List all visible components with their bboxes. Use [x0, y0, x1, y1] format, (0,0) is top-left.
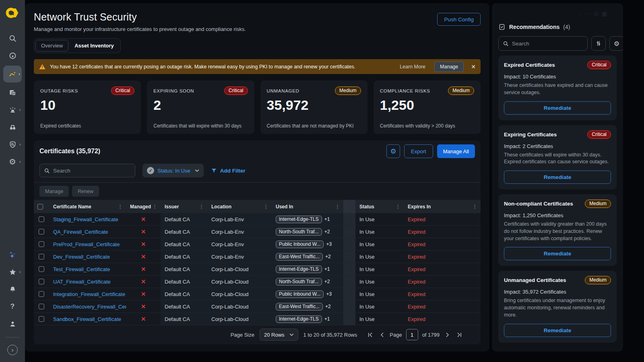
- managed-cell: ✕: [126, 313, 161, 325]
- recommendations-search[interactable]: [498, 36, 588, 51]
- remediate-button[interactable]: Remediate: [504, 101, 611, 115]
- certificate-link[interactable]: DisasterRecovery_Firewall_Certificate: [53, 304, 126, 310]
- table-row: Staging_Firewall_Certificate ✕ Default C…: [34, 213, 481, 226]
- expires-in-cell: Expired: [404, 213, 481, 225]
- column-menu-icon[interactable]: ⋮: [262, 204, 269, 210]
- sidebar-item-target[interactable]: [4, 48, 21, 63]
- clipboard-check-icon: [498, 23, 506, 31]
- sidebar-item-favorites[interactable]: ›: [4, 265, 21, 279]
- brand-logo-icon[interactable]: [5, 5, 20, 21]
- select-all-checkbox[interactable]: [37, 204, 43, 210]
- certificates-search[interactable]: [39, 164, 135, 177]
- sidebar-item-network-trust[interactable]: ›: [3, 66, 22, 82]
- certificate-link[interactable]: Integration_Firewall_Certificate: [53, 291, 125, 297]
- certificate-link[interactable]: Staging_Firewall_Certificate: [53, 216, 118, 222]
- column-menu-icon[interactable]: ⋮: [151, 204, 158, 210]
- next-page-button[interactable]: [443, 330, 452, 339]
- row-checkbox[interactable]: [39, 229, 44, 234]
- used-in-more-count[interactable]: +2: [324, 279, 330, 284]
- certificate-link[interactable]: Dev_Firewall_Certificate: [53, 254, 110, 260]
- stat-value: 35,972: [267, 97, 361, 113]
- column-menu-icon[interactable]: ⋮: [117, 204, 124, 210]
- user-icon: [8, 320, 17, 328]
- sidebar-item-help[interactable]: ?: [4, 299, 21, 314]
- used-in-more-count[interactable]: +1: [324, 266, 330, 272]
- close-icon[interactable]: ✕: [471, 64, 476, 70]
- row-checkbox[interactable]: [39, 241, 44, 247]
- sidebar-item-explore[interactable]: [4, 120, 21, 134]
- last-page-button[interactable]: [455, 330, 464, 339]
- remediate-button[interactable]: Remediate: [504, 171, 611, 184]
- used-in-chip[interactable]: North-South Traf...: [276, 278, 322, 286]
- bulk-renew-button[interactable]: Renew: [72, 186, 99, 197]
- page-number-input[interactable]: [406, 329, 418, 340]
- used-in-cell: Public Inbound W... +3: [272, 288, 343, 300]
- certificate-link[interactable]: Sandbox_Firewall_Certificate: [53, 316, 121, 322]
- expand-icon: ›: [7, 345, 18, 355]
- sidebar-divider: [6, 337, 19, 337]
- column-menu-icon[interactable]: ⋮: [394, 204, 401, 210]
- row-checkbox[interactable]: [39, 254, 44, 259]
- used-in-chip[interactable]: Public Inbound W...: [276, 290, 324, 298]
- row-checkbox[interactable]: [39, 216, 44, 222]
- certificate-link[interactable]: PreProd_Firewall_Certificate: [53, 241, 120, 247]
- used-in-more-count[interactable]: +1: [324, 216, 330, 222]
- used-in-more-count[interactable]: +2: [325, 254, 331, 259]
- page-size-select[interactable]: 20 Rows: [260, 329, 298, 341]
- used-in-chip[interactable]: Public Inbound W...: [276, 241, 324, 248]
- used-in-chip[interactable]: East-West Traffic...: [276, 303, 323, 311]
- table-settings-button[interactable]: ⚙: [386, 144, 400, 158]
- target-icon: [8, 51, 17, 60]
- remediate-button[interactable]: Remediate: [504, 324, 611, 337]
- banner-manage-button[interactable]: Manage: [434, 62, 464, 72]
- row-checkbox[interactable]: [39, 316, 44, 322]
- row-checkbox[interactable]: [39, 266, 44, 272]
- learn-more-link[interactable]: Learn More: [400, 64, 425, 70]
- certificate-link[interactable]: UAT_Firewall_Certificate: [53, 279, 111, 285]
- tab-overview[interactable]: Overview: [35, 40, 68, 51]
- used-in-more-count[interactable]: +2: [325, 304, 331, 309]
- sidebar-item-policy-audit[interactable]: ›: [4, 137, 21, 152]
- certificate-link[interactable]: Test_Firewall_Certificate: [53, 266, 110, 272]
- used-in-chip[interactable]: Internet-Edge-TLS: [276, 216, 322, 223]
- manage-all-button[interactable]: Manage All: [437, 144, 475, 158]
- sidebar-collapse-button[interactable]: ›: [4, 343, 21, 357]
- used-in-more-count[interactable]: +3: [326, 291, 332, 297]
- column-menu-icon[interactable]: ⋮: [198, 204, 205, 210]
- recommendations-search-input[interactable]: [512, 41, 583, 47]
- row-checkbox[interactable]: [39, 279, 44, 284]
- used-in-more-count[interactable]: +3: [326, 241, 332, 247]
- sidebar-item-alerts[interactable]: ›: [4, 103, 21, 117]
- status-filter-chip[interactable]: ✓ Status: In Use: [142, 164, 204, 177]
- used-in-more-count[interactable]: +1: [324, 316, 330, 322]
- sidebar-item-ai-assistant[interactable]: [4, 247, 21, 262]
- used-in-more-count[interactable]: +2: [324, 229, 330, 234]
- sidebar-item-notifications[interactable]: [4, 282, 21, 296]
- row-checkbox[interactable]: [39, 291, 44, 297]
- add-filter-button[interactable]: Add Filter: [211, 168, 246, 174]
- column-menu-icon[interactable]: ⋮: [471, 204, 478, 210]
- search-input[interactable]: [53, 168, 131, 174]
- remediate-button[interactable]: Remediate: [504, 247, 611, 260]
- tab-asset-inventory[interactable]: Asset Inventory: [69, 40, 119, 51]
- row-checkbox[interactable]: [39, 304, 44, 309]
- sidebar-item-dashboards[interactable]: [4, 85, 21, 100]
- bulk-manage-button[interactable]: Manage: [39, 186, 69, 197]
- main-panel: Network Trust Security Manage and monito…: [25, 3, 489, 352]
- recommendations-settings-button[interactable]: ⚙: [609, 36, 623, 51]
- sidebar-item-settings[interactable]: ⚙ ›: [4, 154, 21, 169]
- column-menu-icon[interactable]: ⋮: [334, 204, 341, 210]
- used-in-chip[interactable]: North-South Traf...: [276, 228, 322, 236]
- first-page-button[interactable]: [365, 330, 374, 339]
- prev-page-button[interactable]: [378, 330, 386, 339]
- certificate-link[interactable]: QA_Firewall_Certificate: [53, 229, 108, 235]
- used-in-chip[interactable]: Internet-Edge-TLS: [276, 315, 322, 323]
- export-button[interactable]: Export: [404, 144, 433, 158]
- not-managed-icon: ✕: [141, 216, 146, 222]
- sort-filter-button[interactable]: [591, 36, 606, 51]
- sidebar-item-search[interactable]: [4, 31, 21, 45]
- used-in-chip[interactable]: Internet-Edge-TLS: [276, 265, 322, 273]
- sidebar-item-account[interactable]: [4, 317, 21, 331]
- used-in-chip[interactable]: East-West Traffic...: [276, 253, 323, 261]
- push-config-button[interactable]: Push Config: [437, 13, 481, 26]
